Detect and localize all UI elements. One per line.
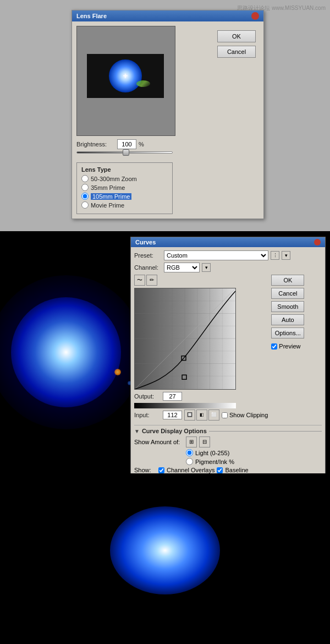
radio-50-300-input[interactable] — [81, 175, 89, 182]
curves-title: Curves — [135, 239, 156, 245]
radio-50-300[interactable]: 50-300mm Zoom — [81, 175, 168, 182]
preview-checkbox-row: Preview — [271, 343, 304, 350]
preset-select[interactable]: Custom — [164, 250, 268, 260]
radio-35mm[interactable]: 35mm Prime — [81, 184, 168, 191]
show-clipping-row: Show Clipping — [222, 412, 268, 418]
curves-cancel-button[interactable]: Cancel — [271, 288, 304, 299]
svg-line-14 — [135, 288, 235, 389]
eyedrop-black-button[interactable]: 🔲 — [184, 410, 195, 421]
curves-close-button[interactable] — [314, 239, 321, 245]
lens-flare-titlebar: Lens Flare — [72, 10, 263, 21]
grid-btns: ⊞ ⊟ — [186, 436, 210, 447]
show-clipping-checkbox[interactable] — [222, 412, 228, 418]
curve-pencil-tool[interactable]: 〜 — [134, 275, 145, 286]
show-amount-label: Show Amount of: — [134, 439, 184, 445]
curves-options-button[interactable]: Options... — [271, 328, 304, 339]
brightness-unit: % — [139, 141, 144, 148]
lens-flare-dialog: Lens Flare + Brightness: 100 % — [72, 10, 264, 219]
input-input[interactable] — [163, 411, 182, 419]
channel-overlays-checkbox[interactable] — [158, 467, 164, 473]
gradient-bar-bottom — [134, 403, 236, 408]
show-label: Show: — [134, 467, 156, 473]
brightness-slider-track[interactable] — [76, 151, 173, 154]
curves-body: Preset: Custom ⋮ ▾ Channel: RGB ▾ — [131, 247, 325, 487]
preview-canvas-inner[interactable]: + — [87, 54, 164, 98]
show-clipping-label: Show Clipping — [229, 412, 268, 418]
grid-4x4-button[interactable]: ⊞ — [186, 436, 197, 447]
radio-105mm-input[interactable] — [81, 193, 89, 200]
eyedrop-white-button[interactable]: ⬜ — [208, 410, 219, 421]
eyedrop-buttons: 🔲 ◧ ⬜ — [184, 410, 219, 421]
curve-hand-tool[interactable]: ✏ — [146, 275, 157, 286]
lens-flare-title: Lens Flare — [76, 13, 107, 19]
radio-movie[interactable]: Movie Prime — [81, 201, 168, 209]
channel-label: Channel: — [134, 264, 162, 271]
flare-artifact — [136, 80, 150, 87]
curve-display-options-title: Curve Display Options — [142, 428, 207, 434]
preset-label: Preset: — [134, 252, 162, 259]
radio-35mm-label: 35mm Prime — [91, 184, 125, 191]
brightness-input[interactable]: 100 — [117, 139, 136, 149]
flare-cross-icon: + — [123, 71, 128, 81]
cancel-button[interactable]: Cancel — [217, 46, 256, 58]
dialog-buttons: OK Cancel — [214, 26, 259, 214]
brightness-label: Brightness: — [76, 141, 115, 148]
section-collapse-arrow[interactable]: ▼ — [134, 428, 140, 434]
ok-button[interactable]: OK — [217, 30, 256, 42]
radio-movie-input[interactable] — [81, 201, 89, 209]
show-amount-row: Show Amount of: ⊞ ⊟ — [134, 436, 322, 447]
preview-checkbox[interactable] — [271, 343, 277, 350]
light-radio-row: Light (0-255) — [134, 449, 322, 456]
curves-graph-container: 〜 ✏ — [134, 275, 268, 421]
curves-tools-row: 〜 ✏ — [134, 275, 268, 286]
grid-10x10-button[interactable]: ⊟ — [199, 436, 210, 447]
output-label: Output: — [134, 393, 161, 400]
radio-movie-label: Movie Prime — [91, 202, 124, 209]
output-row: Output: — [134, 392, 268, 401]
radio-105mm[interactable]: 105mm Prime — [81, 193, 168, 200]
curves-auto-button[interactable]: Auto — [271, 314, 304, 325]
section-result — [0, 473, 330, 644]
curves-svg — [135, 288, 235, 389]
section-curves: Curves Preset: Custom ⋮ ▾ Channel: RGB ▾ — [0, 231, 330, 473]
light-label: Light (0-255) — [195, 450, 229, 456]
glow-mid — [11, 297, 121, 407]
lens-flare-body: + Brightness: 100 % Lens Type — [72, 21, 263, 219]
channel-overlays-label: Channel Overlays — [167, 467, 215, 473]
lens-glow-large — [0, 270, 148, 435]
glow-artifact-right — [114, 369, 121, 375]
eyedrop-gray-button[interactable]: ◧ — [196, 410, 207, 421]
curves-smooth-button[interactable]: Smooth — [271, 301, 304, 312]
curves-ok-button[interactable]: OK — [271, 275, 304, 286]
curves-graph[interactable] — [134, 288, 236, 390]
brightness-slider-row — [76, 151, 208, 159]
brightness-slider-thumb[interactable] — [123, 149, 129, 156]
section-lens-flare: 思路设计论坛 www.MISSYUAN.com Lens Flare + Bri… — [0, 0, 330, 231]
brightness-row: Brightness: 100 % — [76, 139, 208, 149]
section-divider — [209, 431, 322, 432]
baseline-checkbox[interactable] — [217, 467, 223, 473]
show-row1: Show: Channel Overlays Baseline — [134, 467, 322, 473]
channel-menu-button[interactable]: ▾ — [202, 263, 211, 272]
glow-small — [110, 506, 220, 594]
section-header: ▼ Curve Display Options — [134, 428, 322, 434]
light-radio[interactable] — [186, 449, 193, 456]
svg-rect-16 — [182, 375, 186, 379]
lens-type-title: Lens Type — [81, 166, 168, 173]
radio-35mm-input[interactable] — [81, 184, 89, 191]
pigment-radio-row: Pigment/Ink % — [134, 458, 322, 465]
lens-flare-close-button[interactable] — [251, 12, 259, 20]
radio-50-300-label: 50-300mm Zoom — [91, 176, 137, 182]
radio-105mm-label: 105mm Prime — [91, 193, 131, 200]
channel-select[interactable]: RGB — [164, 263, 200, 272]
curves-dialog: Curves Preset: Custom ⋮ ▾ Channel: RGB ▾ — [130, 237, 326, 487]
preset-row: Preset: Custom ⋮ ▾ — [134, 250, 322, 260]
output-input[interactable] — [163, 392, 182, 401]
preset-load-button[interactable]: ▾ — [282, 251, 290, 260]
pigment-radio[interactable] — [186, 458, 193, 465]
channel-row: Channel: RGB ▾ — [134, 263, 322, 272]
preset-menu-button[interactable]: ⋮ — [271, 251, 279, 260]
preview-label: Preview — [279, 343, 300, 350]
curves-titlebar: Curves — [131, 237, 325, 247]
preview-canvas-outer: + — [76, 26, 175, 136]
